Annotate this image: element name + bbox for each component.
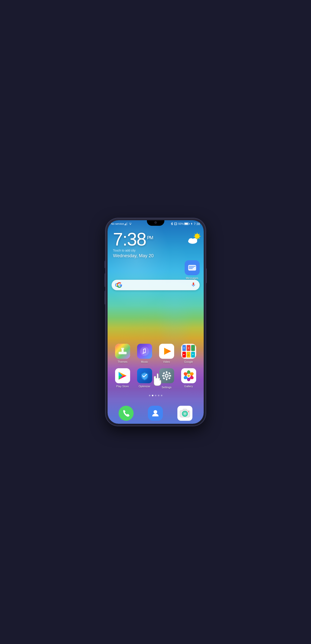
battery-percent: 93% xyxy=(178,222,184,225)
optimizer-app[interactable]: Optimizer xyxy=(136,368,153,389)
folder-drive: △ xyxy=(187,352,190,358)
page-dot-4 xyxy=(158,395,159,396)
phone-call-icon xyxy=(119,406,134,421)
weather-icon-svg xyxy=(187,233,202,245)
music-app[interactable]: Music xyxy=(136,344,153,363)
themes-app[interactable]: Themes xyxy=(114,344,131,363)
svg-rect-20 xyxy=(189,267,194,268)
volume-button-silent[interactable] xyxy=(105,261,106,268)
camera-svg xyxy=(177,406,192,421)
clock-date: Wednesday, May 20 xyxy=(113,253,154,258)
weather-widget[interactable] xyxy=(187,233,199,243)
gallery-label: Gallery xyxy=(184,385,193,388)
google-folder-label: Google xyxy=(184,360,193,363)
folder-youtube: ▶ xyxy=(182,352,186,358)
svg-rect-4 xyxy=(174,222,177,225)
svg-rect-36 xyxy=(166,371,167,373)
charging-icon xyxy=(191,222,193,225)
clock-time-display: 7:38PM xyxy=(113,230,154,248)
themes-label: Themes xyxy=(118,360,128,363)
svg-point-17 xyxy=(192,238,197,242)
folder-maps: 📍 xyxy=(191,345,195,351)
home-screen: No service xyxy=(108,220,204,424)
playstore-icon xyxy=(115,368,130,383)
themes-icon-svg xyxy=(115,344,130,359)
svg-rect-59 xyxy=(183,409,187,411)
svg-rect-24 xyxy=(122,349,124,352)
status-right: 93% 7:38 xyxy=(171,222,200,226)
dock xyxy=(112,406,200,421)
svg-rect-25 xyxy=(121,348,124,349)
messages-label: Messages xyxy=(186,276,198,280)
battery-indicator: 93% xyxy=(178,222,190,225)
phone-dock-app[interactable] xyxy=(117,406,135,421)
gallery-icon xyxy=(181,368,196,383)
signal-icon xyxy=(125,222,128,225)
settings-label: Settings xyxy=(162,386,172,389)
video-icon-svg xyxy=(159,344,174,359)
volume-down-button[interactable] xyxy=(105,291,106,304)
music-icon xyxy=(137,344,152,359)
camera-icon xyxy=(177,406,192,421)
bluetooth-icon xyxy=(171,222,173,226)
status-time: 7:38 xyxy=(194,222,200,226)
svg-rect-0 xyxy=(125,224,125,225)
notch xyxy=(147,220,164,226)
playstore-label: Play Store xyxy=(116,385,129,388)
google-folder-app[interactable]: G M 📍 ▶ △ ✿ Google xyxy=(180,344,197,363)
app-row-1: Themes xyxy=(112,344,200,363)
messages-app-icon[interactable]: Messages xyxy=(185,260,200,280)
optimizer-icon-svg xyxy=(137,368,152,383)
clock-widget[interactable]: 7:38PM Touch to add city Wednesday, May … xyxy=(113,230,154,258)
svg-rect-39 xyxy=(169,375,171,376)
svg-point-35 xyxy=(166,375,168,377)
wifi-icon xyxy=(129,222,132,225)
svg-rect-3 xyxy=(127,222,127,225)
svg-rect-19 xyxy=(189,266,195,266)
folder-google: G xyxy=(182,345,186,351)
svg-rect-38 xyxy=(162,375,164,376)
phone-call-svg xyxy=(122,409,131,418)
svg-rect-5 xyxy=(175,223,176,224)
themes-icon xyxy=(115,344,130,359)
google-logo-svg xyxy=(116,282,122,288)
clock-add-city[interactable]: Touch to add city xyxy=(113,249,154,252)
google-search-bar[interactable]: Go xyxy=(112,280,200,290)
svg-point-27 xyxy=(140,347,149,356)
svg-point-62 xyxy=(184,413,186,414)
voice-search-icon[interactable] xyxy=(191,282,196,288)
playstore-app[interactable]: Play Store xyxy=(114,368,131,389)
contacts-dock-app[interactable] xyxy=(147,406,164,421)
battery-fill xyxy=(185,223,188,224)
video-app[interactable]: Video xyxy=(158,344,175,363)
messages-icon xyxy=(185,260,200,275)
app-row-2: Play Store xyxy=(112,368,200,389)
phone-frame: No service xyxy=(106,218,206,426)
no-service-text: No service xyxy=(111,222,124,225)
google-folder-icon: G M 📍 ▶ △ ✿ xyxy=(181,344,196,359)
camera-dock-app[interactable] xyxy=(176,406,194,421)
folder-gmail: M xyxy=(187,345,190,351)
settings-app[interactable]: Settings xyxy=(158,368,175,389)
music-label: Music xyxy=(141,360,148,363)
folder-duo: ✿ xyxy=(191,352,195,358)
svg-rect-37 xyxy=(166,378,167,380)
playstore-icon-svg xyxy=(115,368,130,383)
front-camera xyxy=(154,221,157,224)
video-label: Video xyxy=(163,360,170,363)
svg-line-14 xyxy=(199,234,200,234)
volume-up-button[interactable] xyxy=(105,273,106,287)
mic-svg xyxy=(191,282,196,287)
search-input-container[interactable]: Go xyxy=(112,280,200,290)
messages-icon-svg xyxy=(188,263,197,272)
settings-icon-wrapper xyxy=(159,368,174,384)
gallery-app[interactable]: Gallery xyxy=(180,368,197,389)
power-button[interactable] xyxy=(206,268,207,283)
video-icon xyxy=(159,344,174,359)
optimizer-label: Optimizer xyxy=(139,385,150,388)
svg-point-52 xyxy=(187,374,190,377)
music-icon-svg xyxy=(137,344,152,359)
sim-icon xyxy=(174,222,177,225)
svg-line-11 xyxy=(195,234,195,234)
battery-body xyxy=(184,222,189,225)
